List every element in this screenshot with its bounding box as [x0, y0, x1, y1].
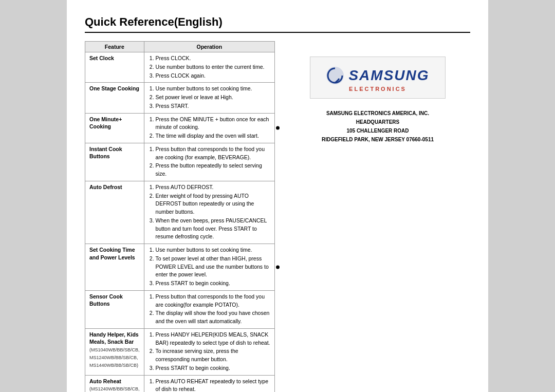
samsung-logo-area: SAMSUNG ELECTRONICS SAMSUNG ELECTRONICS … — [310, 57, 445, 144]
operation-item: Press AUTO DEFROST. — [156, 183, 270, 192]
operation-item: Set power level or leave at High. — [156, 94, 270, 102]
col-feature: Feature — [85, 42, 144, 52]
operation-item: Enter weight of food by pressing AUTO DE… — [156, 192, 270, 216]
address-line2: HEADQUARTERS — [322, 118, 434, 126]
operation-list: Press CLOCK.Use number buttons to enter … — [149, 54, 270, 80]
operation-cell: Use number buttons to set cooking time.S… — [144, 83, 274, 113]
title-divider — [85, 32, 470, 33]
operation-list: Press AUTO DEFROST.Enter weight of food … — [149, 183, 270, 241]
operation-cell: Press button that corresponds to the foo… — [144, 143, 274, 181]
feature-cell: Handy Helper, Kids Meals, Snack Bar(MS10… — [85, 328, 144, 375]
address-line4: RIDGEFIELD PARK, NEW JERSEY 07660-0511 — [322, 135, 434, 144]
operation-item: The display will show the food you have … — [156, 309, 270, 326]
operation-list: Press HANDY HELPER(KIDS MEALS, SNACK BAR… — [149, 331, 270, 372]
operation-item: Press CLOCK again. — [156, 72, 270, 80]
feature-cell: Sensor Cook Buttons — [85, 290, 144, 328]
operation-item: To increase serving size, press the corr… — [156, 347, 270, 364]
reference-table: Feature Operation Set ClockPress CLOCK.U… — [85, 41, 275, 392]
table-row: One Minute+ CookingPress the ONE MINUTE … — [85, 113, 275, 143]
operation-item: Press button that corresponds to the foo… — [156, 293, 270, 309]
operation-item: Press START. — [156, 102, 270, 110]
samsung-icon — [326, 66, 344, 85]
table-row: Handy Helper, Kids Meals, Snack Bar(MS10… — [85, 328, 275, 375]
operation-item: Press button that corresponds to the foo… — [156, 145, 270, 162]
samsung-address: SAMSUNG ELECTRONICS AMERICA, INC. HEADQU… — [322, 109, 434, 144]
operation-item: Press AUTO REHEAT repeatedly to select t… — [156, 378, 270, 393]
operation-item: Press START to begin cooking. — [156, 279, 270, 288]
operation-item: The time will display and the oven will … — [156, 132, 270, 140]
page: Quick Reference(English) Feature Operati… — [67, 0, 488, 392]
footer-info: Samsung Electronics Co., Ltd. June 2002 … — [343, 387, 413, 392]
operation-cell: Use number buttons to set cooking time.T… — [144, 244, 274, 291]
operation-item: Press the ONE MINUTE + button once for e… — [156, 116, 270, 132]
table-row: Auto DefrostPress AUTO DEFROST.Enter wei… — [85, 181, 275, 244]
right-section: SAMSUNG ELECTRONICS SAMSUNG ELECTRONICS … — [285, 41, 470, 392]
feature-cell: Auto Defrost — [85, 181, 144, 244]
feature-cell: Set Cooking Time and Power Levels — [85, 244, 144, 291]
operation-item: Press the button repeatedly to select se… — [156, 162, 270, 178]
operation-item: Use number buttons to set cooking time. — [156, 246, 270, 254]
operation-cell: Press HANDY HELPER(KIDS MEALS, SNACK BAR… — [144, 328, 274, 375]
table-row: Auto Reheat(MS1240WB/BB/SB/CB, MS1440WB/… — [85, 375, 275, 392]
address-line3: 105 CHALLENGER ROAD — [322, 126, 434, 135]
operation-list: Press AUTO REHEAT repeatedly to select t… — [149, 378, 270, 393]
table-row: Set Cooking Time and Power LevelsUse num… — [85, 244, 275, 291]
operation-item: Use number buttons to set cooking time. — [156, 85, 270, 93]
operation-item: Use number buttons to enter the current … — [156, 63, 270, 71]
table-row: Instant Cook ButtonsPress button that co… — [85, 143, 275, 181]
feature-cell: Set Clock — [85, 52, 144, 83]
operation-item: When the oven beeps, press PAUSE/CANCEL … — [156, 217, 270, 241]
table-row: One Stage CookingUse number buttons to s… — [85, 83, 275, 113]
operation-item: Press HANDY HELPER(KIDS MEALS, SNACK BAR… — [156, 331, 270, 347]
table-row: Set ClockPress CLOCK.Use number buttons … — [85, 52, 275, 83]
table-row: Sensor Cook ButtonsPress button that cor… — [85, 290, 275, 328]
samsung-logo-box: SAMSUNG ELECTRONICS — [310, 57, 445, 99]
operation-cell: Press CLOCK.Use number buttons to enter … — [144, 52, 274, 83]
operation-item: To set power level at other than HIGH, p… — [156, 255, 270, 279]
operation-item: Press START to begin cooking. — [156, 364, 270, 372]
left-section: Feature Operation Set ClockPress CLOCK.U… — [85, 41, 275, 392]
address-line1: SAMSUNG ELECTRONICS AMERICA, INC. — [322, 109, 434, 118]
electronics-text: ELECTRONICS — [349, 86, 406, 92]
samsung-logo-text: SAMSUNG — [348, 67, 429, 84]
operation-cell: Press button that corresponds to the foo… — [144, 290, 274, 328]
operation-cell: Press the ONE MINUTE + button once for e… — [144, 113, 274, 143]
operation-cell: Press AUTO REHEAT repeatedly to select t… — [144, 375, 274, 392]
operation-cell: Press AUTO DEFROST.Enter weight of food … — [144, 181, 274, 244]
page-title: Quick Reference(English) — [85, 15, 470, 29]
content-row: Feature Operation Set ClockPress CLOCK.U… — [85, 41, 470, 392]
operation-item: Press CLOCK. — [156, 54, 270, 63]
operation-list: Press the ONE MINUTE + button once for e… — [149, 116, 270, 140]
svg-point-0 — [326, 67, 344, 84]
feature-cell: One Minute+ Cooking — [85, 113, 144, 143]
operation-list: Press button that corresponds to the foo… — [149, 293, 270, 326]
col-operation: Operation — [144, 42, 274, 52]
feature-cell: Auto Reheat(MS1240WB/BB/SB/CB, MS1440WB/… — [85, 375, 144, 392]
feature-cell: Instant Cook Buttons — [85, 143, 144, 181]
feature-cell: One Stage Cooking — [85, 83, 144, 113]
operation-list: Use number buttons to set cooking time.T… — [149, 246, 270, 288]
operation-list: Press button that corresponds to the foo… — [149, 145, 270, 178]
operation-list: Use number buttons to set cooking time.S… — [149, 85, 270, 110]
